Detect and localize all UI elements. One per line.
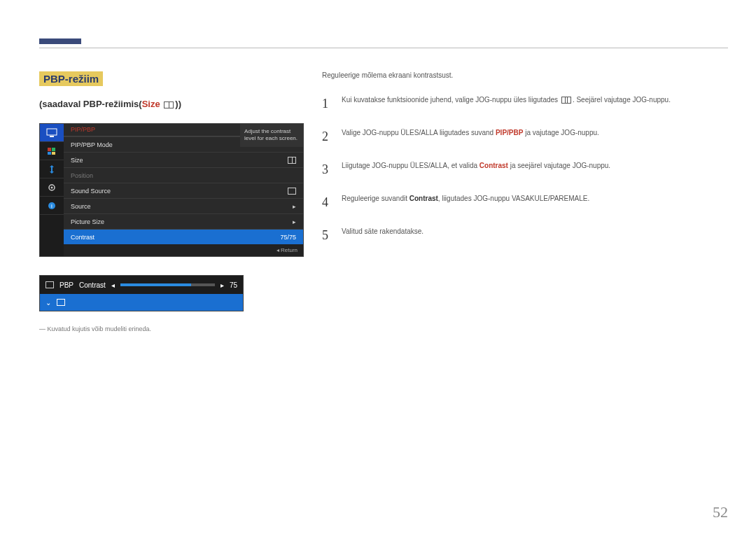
step-number: 4	[322, 193, 332, 212]
svg-rect-0	[47, 129, 57, 135]
step-1: 1 Kui kuvatakse funktsioonide juhend, va…	[322, 87, 728, 120]
screen-icon	[57, 299, 65, 306]
osd-footer: ◂ Return	[64, 244, 303, 256]
step-text: Reguleerige suvandit Contrast, liigutade…	[342, 193, 589, 212]
slider-row[interactable]: PBP Contrast ◂ ▸ 75	[40, 276, 243, 294]
osd-menu: Adjust the contrast level for each scree…	[39, 123, 304, 257]
left-column: PBP-režiim (saadaval PBP-režiimis(Size )…	[39, 71, 305, 332]
header-rule	[39, 48, 728, 48]
sidebar-icon-settings[interactable]	[40, 178, 64, 197]
step-text: Kui kuvatakse funktsioonide juhend, vali…	[342, 94, 671, 113]
slider-left-arrow-icon: ◂	[111, 281, 115, 289]
step-number: 1	[322, 94, 332, 113]
chevron-down-icon: ⌄	[46, 299, 51, 307]
slider-bottom-bar: ⌄	[40, 294, 243, 311]
step-4: 4 Reguleerige suvandit Contrast, liiguta…	[322, 186, 728, 219]
osd-item-position: Position	[64, 167, 303, 183]
right-column: Reguleerige mõlema ekraani kontrastsust.…	[322, 71, 728, 252]
slider-fill	[120, 283, 191, 286]
back-arrow-icon: ◂	[276, 247, 279, 253]
osd-tooltip: Adjust the contrast level for each scree…	[240, 124, 303, 147]
sub-heading-prefix: (saadaval PBP-režiimis(	[39, 99, 142, 109]
menu-icon	[561, 97, 571, 104]
chevron-right-icon: ▸	[293, 218, 296, 225]
osd-item-label: Size	[71, 157, 83, 164]
contrast-slider-panel: PBP Contrast ◂ ▸ 75 ⌄	[39, 275, 244, 311]
svg-text:i: i	[51, 203, 52, 209]
osd-sidebar: i	[40, 124, 64, 256]
sidebar-icon-info[interactable]: i	[40, 197, 64, 215]
footnote: ― Kuvatud kujutis võib mudeliti erineda.	[39, 325, 305, 332]
osd-item-label: Sound Source	[71, 188, 111, 195]
sidebar-icon-color[interactable]	[40, 142, 64, 160]
osd-item-label: Contrast	[71, 234, 94, 241]
sub-heading-size: Size	[142, 99, 160, 109]
intro-text: Reguleerige mõlema ekraani kontrastsust.	[322, 71, 728, 79]
chevron-right-icon: ▸	[293, 203, 296, 210]
svg-point-7	[51, 186, 53, 188]
svg-rect-3	[52, 148, 55, 151]
osd-item-size[interactable]: Size	[64, 152, 303, 167]
svg-rect-5	[52, 152, 55, 155]
step-2: 2 Valige JOG-nuppu ÜLES/ALLA liigutades …	[322, 120, 728, 153]
step-text: Liigutage JOG-nuppu ÜLES/ALLA, et valida…	[342, 160, 610, 179]
step-3: 3 Liigutage JOG-nuppu ÜLES/ALLA, et vali…	[322, 153, 728, 186]
step-number: 2	[322, 127, 332, 146]
slider-track[interactable]	[120, 283, 215, 286]
screen-icon	[46, 281, 54, 288]
slider-left-label: PBP	[59, 281, 74, 289]
svg-rect-1	[50, 136, 54, 137]
steps-list: 1 Kui kuvatakse funktsioonide juhend, va…	[322, 87, 728, 252]
step-text: Valige JOG-nuppu ÜLES/ALLA liigutades su…	[342, 127, 599, 146]
osd-footer-label: Return	[281, 247, 298, 253]
osd-item-label: Position	[71, 172, 93, 179]
sidebar-icon-display[interactable]	[40, 124, 64, 142]
svg-rect-4	[48, 152, 51, 155]
sub-heading-suffix: ))	[175, 99, 181, 109]
single-icon	[288, 188, 296, 195]
step-number: 3	[322, 160, 332, 179]
slider-value: 75	[230, 281, 237, 289]
split-icon	[288, 157, 296, 164]
pbp-split-icon	[164, 101, 174, 108]
svg-rect-2	[48, 148, 51, 151]
osd-item-label: PIP/PBP Mode	[71, 141, 113, 148]
osd-item-picsize[interactable]: Picture Size ▸	[64, 213, 303, 229]
page-number: 52	[713, 503, 728, 521]
slider-field-label: Contrast	[79, 281, 106, 289]
sub-heading: (saadaval PBP-režiimis(Size ))	[39, 99, 305, 109]
osd-item-label: Picture Size	[71, 218, 104, 225]
step-number: 5	[322, 226, 332, 245]
osd-item-source[interactable]: Source ▸	[64, 198, 303, 213]
osd-item-value: 75/75	[280, 234, 296, 241]
osd-item-label: Source	[71, 203, 91, 210]
slider-right-arrow-icon: ▸	[220, 281, 224, 289]
mode-title-badge: PBP-režiim	[39, 71, 103, 86]
osd-item-contrast[interactable]: Contrast 75/75	[64, 229, 303, 244]
sidebar-icon-position[interactable]	[40, 160, 64, 178]
header-accent	[39, 38, 81, 44]
osd-item-sound[interactable]: Sound Source	[64, 183, 303, 198]
step-text: Valitud säte rakendatakse.	[342, 226, 424, 245]
step-5: 5 Valitud säte rakendatakse.	[322, 219, 728, 252]
